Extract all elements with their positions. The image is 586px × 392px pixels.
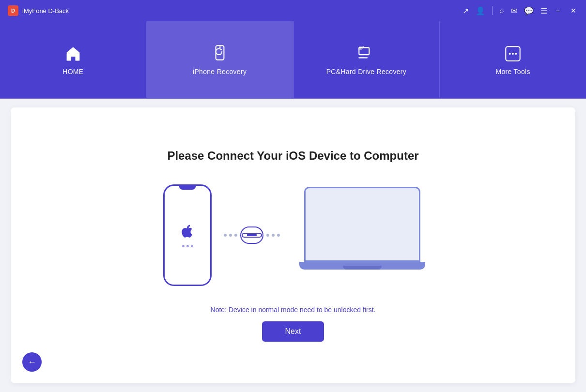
illustration-area [20,182,566,288]
iphone-recovery-icon [210,44,230,64]
phone-dots [182,245,193,247]
more-tools-icon [503,44,523,64]
app-title: iMyFone D-Back [22,7,69,15]
location-icon[interactable]: ⌕ [499,6,504,15]
cable-dot-5 [272,234,275,237]
menu-icon[interactable]: ☰ [540,6,547,15]
laptop-illustration [294,187,430,284]
phone-dot-3 [191,245,193,247]
svg-point-5 [509,53,511,55]
svg-point-3 [360,47,361,48]
apple-logo-icon [180,224,195,239]
user-icon[interactable]: 👤 [476,6,485,15]
nav-iphone-recovery-label: iPhone Recovery [193,68,247,75]
back-button[interactable]: ← [22,352,42,372]
phone-illustration [156,182,219,288]
cable-dot-2 [229,234,232,237]
cable-dot-4 [266,234,269,237]
phone-body [163,184,212,286]
chat-icon[interactable]: 💬 [524,6,534,15]
svg-point-7 [515,53,517,55]
app-logo: D [8,5,18,16]
cable-dot-1 [224,234,227,237]
nav-home[interactable]: HOME [0,21,147,98]
cable-area [224,226,280,244]
svg-rect-1 [359,47,370,55]
navbar: HOME iPhone Recovery PC&Hard Drive Recov… [0,21,586,99]
note-text: Note: Device in normal mode need to be u… [211,306,376,314]
nav-home-label: HOME [62,68,83,75]
nav-more-tools-label: More Tools [496,68,530,75]
mail-icon[interactable]: ✉ [511,6,517,15]
phone-dot-2 [186,245,189,247]
nav-more-tools[interactable]: More Tools [440,21,586,98]
home-icon [63,44,83,64]
nav-iphone-recovery[interactable]: iPhone Recovery [147,21,293,98]
phone-notch [179,186,196,190]
titlebar-left: D iMyFone D-Back [8,5,69,16]
svg-rect-9 [247,234,257,236]
nav-pc-recovery-label: PC&Hard Drive Recovery [326,68,406,75]
phone-dot-1 [182,245,185,247]
main-content: Please Connect Your iOS Device to Comput… [11,107,575,383]
svg-point-6 [512,53,514,55]
cable-dot-6 [277,234,280,237]
svg-rect-0 [216,45,224,60]
cable-dots-left [224,234,237,237]
close-button[interactable]: ✕ [569,6,578,15]
pc-recovery-icon [356,44,376,64]
next-button[interactable]: Next [262,321,324,342]
cable-dot-3 [234,234,237,237]
titlebar-right: ↗ 👤 ⌕ ✉ 💬 ☰ − ✕ [463,6,578,15]
minimize-button[interactable]: − [554,6,562,15]
cable-dots-right [266,234,280,237]
usb-connector [240,226,263,244]
laptop-base [299,262,425,270]
nav-pc-recovery[interactable]: PC&Hard Drive Recovery [293,21,440,98]
share-icon[interactable]: ↗ [463,6,469,15]
titlebar: D iMyFone D-Back ↗ 👤 ⌕ ✉ 💬 ☰ − ✕ [0,0,586,21]
main-title: Please Connect Your iOS Device to Comput… [167,149,418,163]
titlebar-divider [492,6,493,15]
usb-icon [241,230,262,240]
laptop-screen [304,187,420,262]
